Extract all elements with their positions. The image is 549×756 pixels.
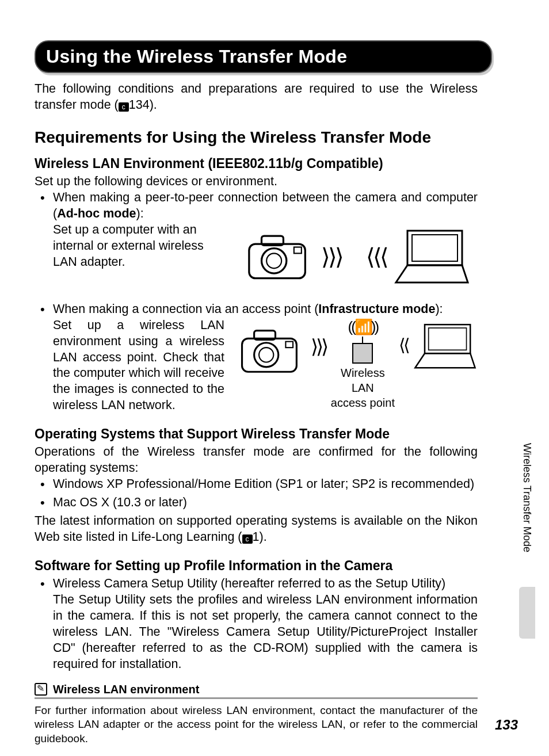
wlan-lead: Set up the following devices or environm… [35, 174, 478, 190]
camera-icon [243, 228, 318, 285]
requirements-heading: Requirements for Using the Wireless Tran… [35, 128, 478, 147]
access-point-icon [348, 337, 377, 365]
adhoc-text-c: ): [136, 207, 144, 220]
os-item-windows: Windows XP Professional/Home Edition (SP… [35, 476, 478, 492]
os-item-mac: Mac OS X (10.3 or later) [35, 495, 478, 511]
note-title: Wireless LAN environment [53, 683, 199, 696]
svg-rect-14 [425, 324, 470, 353]
adhoc-mode-label: Ad-hoc mode [57, 207, 136, 220]
page-number: 133 [495, 717, 518, 733]
laptop-icon [410, 322, 478, 370]
infra-mode-label: Infrastructure mode [318, 302, 435, 316]
software-item-body: The Setup Utility sets the profiles and … [53, 592, 478, 673]
svg-point-1 [262, 249, 287, 273]
os-section: Operating Systems that Support Wireless … [35, 426, 478, 545]
note-body: For further information about wireless L… [35, 704, 478, 746]
infra-text-c: ): [435, 302, 443, 316]
signal-waves-out-icon: ⟩⟩⟩ [321, 242, 342, 272]
wlan-item-adhoc: When making a peer-to-peer connection be… [35, 190, 478, 291]
svg-point-2 [266, 253, 281, 268]
access-point-group: ((📶)) Wireless LAN access point [329, 318, 396, 411]
os-tail: The latest information on supported oper… [35, 513, 478, 545]
wlan-heading: Wireless LAN Environment (IEEE802.11b/g … [35, 156, 478, 171]
infra-desc: Set up a wireless LAN environment using … [53, 318, 224, 414]
adhoc-illustration: ⟩⟩⟩ ⟨⟨⟨ [236, 222, 478, 291]
svg-rect-11 [285, 341, 293, 348]
svg-rect-4 [294, 247, 302, 253]
os-heading: Operating Systems that Support Wireless … [35, 426, 478, 442]
svg-rect-15 [429, 328, 467, 350]
svg-rect-5 [407, 231, 462, 265]
reference-icon: c [119, 102, 129, 112]
intro-text-a: The following conditions and preparation… [35, 82, 478, 112]
os-lead: Operations of the Wireless transfer mode… [35, 444, 478, 476]
note-icon [35, 683, 47, 696]
svg-rect-12 [353, 343, 372, 363]
camera-icon [236, 323, 308, 378]
intro-ref: 134). [129, 98, 157, 112]
signal-waves-in-icon: ⟨⟨ [399, 334, 408, 356]
software-section: Software for Setting up Profile Informat… [35, 558, 478, 673]
infra-text-a: When making a connection via an access p… [53, 302, 318, 316]
ap-label-1: Wireless LAN [329, 365, 396, 395]
page-title: Using the Wireless Transfer Mode [46, 46, 347, 67]
intro-paragraph: The following conditions and preparation… [35, 81, 478, 113]
os-tail-b: 1). [253, 530, 267, 544]
infra-illustration: ⟩⟩⟩ ((📶)) Wireless LAN access point ⟨⟨ [236, 318, 478, 387]
note-header: Wireless LAN environment [35, 683, 478, 696]
wlan-item-infra: When making a connection via an access p… [35, 301, 478, 414]
svg-rect-6 [412, 235, 458, 261]
svg-point-9 [259, 348, 273, 362]
signal-waves-in-icon: ⟨⟨⟨ [366, 242, 387, 272]
page-title-bar: Using the Wireless Transfer Mode [35, 40, 492, 73]
software-heading: Software for Setting up Profile Informat… [35, 558, 478, 574]
side-tab-label: Wireless Transfer Mode [521, 443, 533, 552]
software-item: Wireless Camera Setup Utility (hereafter… [35, 576, 478, 673]
note-divider [35, 697, 478, 699]
laptop-icon [390, 228, 471, 285]
wlan-section: Wireless LAN Environment (IEEE802.11b/g … [35, 156, 478, 414]
reference-icon: c [242, 534, 253, 544]
adhoc-desc: Set up a computer with an internal or ex… [53, 222, 224, 270]
ap-label-2: access point [331, 395, 395, 410]
software-item-lead: Wireless Camera Setup Utility (hereafter… [53, 576, 478, 592]
side-tab-marker [519, 587, 535, 639]
svg-point-8 [254, 342, 279, 366]
ap-signal-icon: ((📶)) [348, 318, 378, 337]
signal-waves-out-icon: ⟩⟩⟩ [311, 334, 326, 359]
